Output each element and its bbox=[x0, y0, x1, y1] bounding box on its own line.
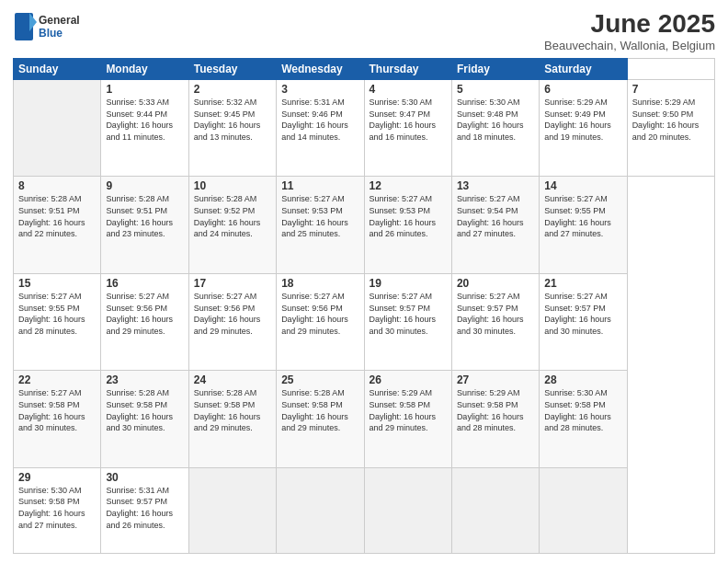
day-number: 13 bbox=[457, 179, 534, 192]
table-row: 12Sunrise: 5:27 AM Sunset: 9:53 PM Dayli… bbox=[364, 177, 451, 273]
table-row: 9Sunrise: 5:28 AM Sunset: 9:51 PM Daylig… bbox=[101, 177, 188, 273]
svg-text:General: General bbox=[39, 14, 80, 27]
day-info: Sunrise: 5:27 AM Sunset: 9:56 PM Dayligh… bbox=[194, 291, 271, 337]
table-row: 21Sunrise: 5:27 AM Sunset: 9:57 PM Dayli… bbox=[540, 273, 627, 370]
day-info: Sunrise: 5:27 AM Sunset: 9:57 PM Dayligh… bbox=[457, 291, 534, 337]
day-info: Sunrise: 5:29 AM Sunset: 9:58 PM Dayligh… bbox=[370, 387, 447, 433]
week-row-1: 1Sunrise: 5:33 AM Sunset: 9:44 PM Daylig… bbox=[14, 80, 715, 177]
calendar-table: Sunday Monday Tuesday Wednesday Thursday… bbox=[13, 58, 715, 554]
day-number: 17 bbox=[194, 277, 271, 290]
table-row: 24Sunrise: 5:28 AM Sunset: 9:58 PM Dayli… bbox=[188, 371, 276, 467]
day-number: 10 bbox=[194, 179, 271, 192]
day-number: 22 bbox=[18, 373, 96, 386]
week-row-2: 8Sunrise: 5:28 AM Sunset: 9:51 PM Daylig… bbox=[14, 177, 715, 273]
day-info: Sunrise: 5:31 AM Sunset: 9:46 PM Dayligh… bbox=[281, 97, 358, 143]
day-number: 18 bbox=[281, 277, 358, 290]
day-number: 30 bbox=[106, 471, 183, 484]
day-info: Sunrise: 5:27 AM Sunset: 9:57 PM Dayligh… bbox=[544, 291, 621, 337]
table-row: 1Sunrise: 5:33 AM Sunset: 9:44 PM Daylig… bbox=[101, 80, 188, 177]
day-info: Sunrise: 5:30 AM Sunset: 9:58 PM Dayligh… bbox=[544, 387, 621, 433]
table-row: 27Sunrise: 5:29 AM Sunset: 9:58 PM Dayli… bbox=[451, 371, 539, 467]
day-info: Sunrise: 5:28 AM Sunset: 9:58 PM Dayligh… bbox=[281, 387, 358, 433]
day-info: Sunrise: 5:27 AM Sunset: 9:53 PM Dayligh… bbox=[370, 193, 447, 239]
day-info: Sunrise: 5:28 AM Sunset: 9:58 PM Dayligh… bbox=[106, 387, 183, 433]
table-row: 25Sunrise: 5:28 AM Sunset: 9:58 PM Dayli… bbox=[277, 371, 364, 467]
day-number: 7 bbox=[632, 83, 710, 96]
col-wednesday: Wednesday bbox=[277, 59, 364, 80]
col-thursday: Thursday bbox=[364, 59, 451, 80]
day-info: Sunrise: 5:30 AM Sunset: 9:48 PM Dayligh… bbox=[457, 97, 534, 143]
table-row: 30Sunrise: 5:31 AM Sunset: 9:57 PM Dayli… bbox=[101, 467, 188, 553]
day-info: Sunrise: 5:27 AM Sunset: 9:56 PM Dayligh… bbox=[106, 291, 183, 337]
week-row-3: 15Sunrise: 5:27 AM Sunset: 9:55 PM Dayli… bbox=[14, 273, 715, 370]
day-number: 9 bbox=[106, 179, 183, 192]
table-row: 29Sunrise: 5:30 AM Sunset: 9:58 PM Dayli… bbox=[14, 467, 101, 553]
day-number: 8 bbox=[18, 179, 96, 192]
day-number: 12 bbox=[370, 179, 447, 192]
table-row bbox=[540, 467, 627, 553]
day-number: 19 bbox=[370, 277, 447, 290]
logo-svg: General Blue bbox=[13, 9, 96, 46]
day-number: 14 bbox=[544, 179, 621, 192]
day-info: Sunrise: 5:29 AM Sunset: 9:50 PM Dayligh… bbox=[632, 97, 710, 143]
table-row: 3Sunrise: 5:31 AM Sunset: 9:46 PM Daylig… bbox=[277, 80, 364, 177]
day-info: Sunrise: 5:27 AM Sunset: 9:53 PM Dayligh… bbox=[281, 193, 358, 239]
table-row: 8Sunrise: 5:28 AM Sunset: 9:51 PM Daylig… bbox=[14, 177, 101, 273]
day-number: 2 bbox=[194, 83, 271, 96]
day-number: 11 bbox=[281, 179, 358, 192]
table-row: 10Sunrise: 5:28 AM Sunset: 9:52 PM Dayli… bbox=[188, 177, 276, 273]
day-info: Sunrise: 5:27 AM Sunset: 9:56 PM Dayligh… bbox=[281, 291, 358, 337]
table-row: 18Sunrise: 5:27 AM Sunset: 9:56 PM Dayli… bbox=[277, 273, 364, 370]
day-number: 26 bbox=[370, 373, 447, 386]
title-block: June 2025 Beauvechain, Wallonia, Belgium bbox=[544, 9, 715, 52]
day-info: Sunrise: 5:28 AM Sunset: 9:58 PM Dayligh… bbox=[194, 387, 271, 433]
day-number: 27 bbox=[457, 373, 534, 386]
header: General Blue June 2025 Beauvechain, Wall… bbox=[13, 9, 715, 52]
table-row: 11Sunrise: 5:27 AM Sunset: 9:53 PM Dayli… bbox=[277, 177, 364, 273]
table-row: 23Sunrise: 5:28 AM Sunset: 9:58 PM Dayli… bbox=[101, 371, 188, 467]
day-info: Sunrise: 5:28 AM Sunset: 9:52 PM Dayligh… bbox=[194, 193, 271, 239]
day-info: Sunrise: 5:29 AM Sunset: 9:58 PM Dayligh… bbox=[457, 387, 534, 433]
table-row: 16Sunrise: 5:27 AM Sunset: 9:56 PM Dayli… bbox=[101, 273, 188, 370]
table-row bbox=[14, 80, 101, 177]
table-row bbox=[188, 467, 276, 553]
table-row: 13Sunrise: 5:27 AM Sunset: 9:54 PM Dayli… bbox=[451, 177, 539, 273]
day-info: Sunrise: 5:27 AM Sunset: 9:55 PM Dayligh… bbox=[544, 193, 621, 239]
day-info: Sunrise: 5:28 AM Sunset: 9:51 PM Dayligh… bbox=[106, 193, 183, 239]
col-sunday: Sunday bbox=[14, 59, 101, 80]
table-row: 19Sunrise: 5:27 AM Sunset: 9:57 PM Dayli… bbox=[364, 273, 451, 370]
day-info: Sunrise: 5:27 AM Sunset: 9:55 PM Dayligh… bbox=[18, 291, 96, 337]
table-row: 22Sunrise: 5:27 AM Sunset: 9:58 PM Dayli… bbox=[14, 371, 101, 467]
calendar-title: June 2025 bbox=[544, 9, 715, 39]
day-info: Sunrise: 5:27 AM Sunset: 9:54 PM Dayligh… bbox=[457, 193, 534, 239]
col-friday: Friday bbox=[451, 59, 539, 80]
table-row: 5Sunrise: 5:30 AM Sunset: 9:48 PM Daylig… bbox=[451, 80, 539, 177]
table-row: 17Sunrise: 5:27 AM Sunset: 9:56 PM Dayli… bbox=[188, 273, 276, 370]
day-number: 25 bbox=[281, 373, 358, 386]
day-info: Sunrise: 5:30 AM Sunset: 9:58 PM Dayligh… bbox=[18, 485, 96, 531]
day-info: Sunrise: 5:30 AM Sunset: 9:47 PM Dayligh… bbox=[370, 97, 447, 143]
logo: General Blue bbox=[13, 9, 96, 46]
table-row: 2Sunrise: 5:32 AM Sunset: 9:45 PM Daylig… bbox=[188, 80, 276, 177]
table-row bbox=[364, 467, 451, 553]
table-row: 20Sunrise: 5:27 AM Sunset: 9:57 PM Dayli… bbox=[451, 273, 539, 370]
day-number: 3 bbox=[281, 83, 358, 96]
week-row-4: 22Sunrise: 5:27 AM Sunset: 9:58 PM Dayli… bbox=[14, 371, 715, 467]
day-info: Sunrise: 5:29 AM Sunset: 9:49 PM Dayligh… bbox=[544, 97, 621, 143]
calendar-location: Beauvechain, Wallonia, Belgium bbox=[544, 39, 715, 52]
day-info: Sunrise: 5:28 AM Sunset: 9:51 PM Dayligh… bbox=[18, 193, 96, 239]
day-info: Sunrise: 5:31 AM Sunset: 9:57 PM Dayligh… bbox=[106, 485, 183, 531]
day-number: 16 bbox=[106, 277, 183, 290]
day-number: 5 bbox=[457, 83, 534, 96]
day-number: 21 bbox=[544, 277, 621, 290]
day-info: Sunrise: 5:27 AM Sunset: 9:57 PM Dayligh… bbox=[370, 291, 447, 337]
day-number: 24 bbox=[194, 373, 271, 386]
day-number: 1 bbox=[106, 83, 183, 96]
table-row bbox=[277, 467, 364, 553]
table-row: 15Sunrise: 5:27 AM Sunset: 9:55 PM Dayli… bbox=[14, 273, 101, 370]
header-row: Sunday Monday Tuesday Wednesday Thursday… bbox=[14, 59, 715, 80]
col-tuesday: Tuesday bbox=[188, 59, 276, 80]
col-monday: Monday bbox=[101, 59, 188, 80]
day-info: Sunrise: 5:27 AM Sunset: 9:58 PM Dayligh… bbox=[18, 387, 96, 433]
table-row: 7Sunrise: 5:29 AM Sunset: 9:50 PM Daylig… bbox=[627, 80, 714, 177]
